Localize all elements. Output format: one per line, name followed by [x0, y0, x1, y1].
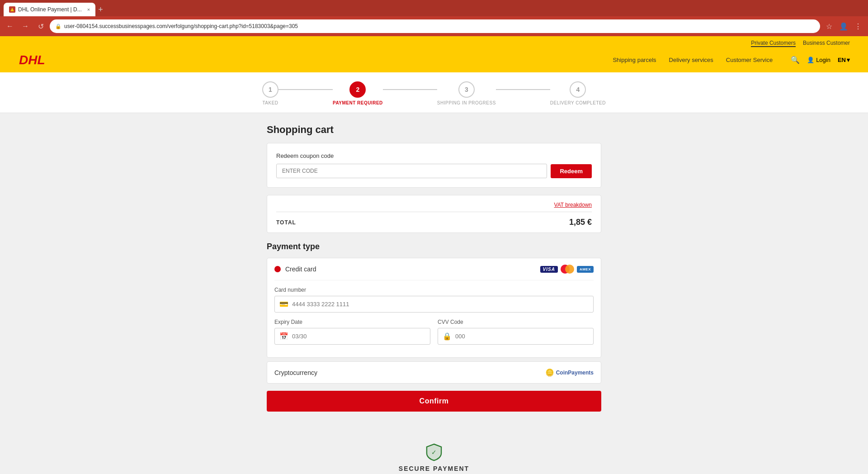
step-line-3	[496, 89, 550, 90]
payment-type-title: Payment type	[267, 242, 601, 251]
step-2-circle: 2	[349, 81, 366, 98]
confirm-button[interactable]: Confirm	[267, 391, 601, 412]
cvv-col: CVV Code 🔒	[438, 319, 594, 351]
total-label: TOTAL	[276, 219, 296, 226]
secure-title: SECURE PAYMENT	[0, 465, 868, 472]
profile-icon[interactable]: 👤	[837, 20, 850, 33]
cvv-wrapper: 🔒	[438, 328, 594, 345]
nav-right-icons: ☆ 👤 ⋮	[823, 20, 864, 33]
dhl-header: Private Customers Business Customer DHL …	[0, 36, 868, 72]
header-main: DHL Shipping parcels Delivery services C…	[18, 49, 850, 72]
main-content: Shopping cart Redeem coupon code Redeem …	[267, 113, 601, 430]
step-3: 3 SHIPPING IN PROGRESS	[437, 81, 496, 105]
delivery-services-link[interactable]: Delivery services	[669, 57, 713, 63]
mastercard-logo	[561, 265, 574, 274]
cvv-label: CVV Code	[438, 319, 594, 325]
credit-card-header: Credit card VISA AMEX	[274, 265, 594, 274]
customer-service-link[interactable]: Customer Service	[726, 57, 773, 63]
lock-icon: 🔒	[55, 24, 61, 29]
step-3-label: SHIPPING IN PROGRESS	[437, 100, 496, 105]
language-selector[interactable]: EN ▾	[838, 57, 850, 63]
amex-logo: AMEX	[577, 266, 594, 273]
header-icons: 🔍 👤 Login EN ▾	[791, 56, 850, 64]
card-number-wrapper: 💳	[274, 296, 594, 313]
step-line-2	[383, 89, 437, 90]
lang-label: EN	[838, 57, 846, 63]
expiry-wrapper: 📅	[274, 328, 430, 345]
shipping-parcels-link[interactable]: Shipping parcels	[613, 57, 656, 63]
total-amount: 1,85 €	[569, 218, 592, 227]
cvv-icon: 🔒	[443, 332, 452, 341]
private-customers-link[interactable]: Private Customers	[751, 40, 796, 47]
step-1-label: TAKED	[262, 100, 278, 105]
tab-title: DHL Online Payment | D...	[18, 6, 82, 13]
step-3-circle: 3	[458, 81, 475, 98]
step-2: 2 PAYMENT REQUIRED	[333, 81, 383, 105]
login-icon: 👤	[807, 57, 814, 63]
step-2-label: PAYMENT REQUIRED	[333, 100, 383, 105]
crypto-text: Cryptocurrency	[274, 369, 317, 376]
credit-card-text: Credit card	[285, 265, 316, 273]
back-button[interactable]: ←	[4, 20, 16, 33]
login-label: Login	[816, 57, 830, 63]
search-icon[interactable]: 🔍	[791, 56, 800, 64]
forward-button[interactable]: →	[19, 20, 32, 33]
expiry-label: Expiry Date	[274, 319, 430, 325]
card-number-label: Card number	[274, 287, 594, 293]
card-logos: VISA AMEX	[540, 265, 594, 274]
svg-text:✓: ✓	[431, 449, 437, 456]
crypto-label: Cryptocurrency	[274, 369, 317, 376]
coinpayments-logo: 🪙 CoinPayments	[545, 368, 594, 377]
shield-icon: ✓	[425, 443, 443, 461]
step-4-circle: 4	[570, 81, 586, 98]
total-row: TOTAL 1,85 €	[276, 212, 592, 227]
radio-selected-dot	[274, 266, 281, 272]
bookmark-icon[interactable]: ☆	[823, 20, 835, 33]
progress-section: 1 TAKED 2 PAYMENT REQUIRED 3 SHIPPING IN…	[0, 72, 868, 113]
main-nav: Shipping parcels Delivery services Custo…	[613, 56, 850, 64]
coupon-label: Redeem coupon code	[276, 152, 592, 159]
vat-breakdown-link[interactable]: VAT breakdown	[554, 202, 592, 208]
step-line-1	[278, 89, 333, 90]
page-content: Private Customers Business Customer DHL …	[0, 36, 868, 474]
svg-text:DHL: DHL	[19, 53, 45, 67]
new-tab-button[interactable]: +	[98, 5, 103, 14]
card-number-input[interactable]	[292, 301, 589, 308]
crypto-header: Cryptocurrency 🪙 CoinPayments	[274, 368, 594, 377]
visa-logo: VISA	[540, 266, 558, 273]
active-tab[interactable]: DHL Online Payment | D... ×	[4, 3, 95, 16]
step-1-circle: 1	[262, 81, 278, 98]
tab-bar: DHL Online Payment | D... × +	[0, 0, 868, 16]
header-top-nav: Private Customers Business Customer	[18, 36, 850, 49]
address-text: user-0804154.successbusinesspages.com/ve…	[64, 23, 298, 29]
menu-icon[interactable]: ⋮	[852, 20, 864, 33]
credit-card-label[interactable]: Credit card	[274, 265, 316, 273]
shopping-cart-title: Shopping cart	[267, 124, 601, 136]
tab-favicon	[9, 6, 15, 13]
expiry-col: Expiry Date 📅	[274, 319, 430, 351]
business-customer-link[interactable]: Business Customer	[803, 40, 850, 47]
vat-section: VAT breakdown	[276, 201, 592, 208]
secure-section: ✓ SECURE PAYMENT	[0, 430, 868, 474]
cvv-input[interactable]	[455, 333, 589, 340]
step-4: 4 DELIVERY COMPLETED	[550, 81, 606, 105]
browser-chrome: DHL Online Payment | D... × + ← → ↺ 🔒 us…	[0, 0, 868, 36]
expiry-input[interactable]	[292, 333, 425, 340]
mc-right-circle	[565, 265, 574, 274]
coupon-input[interactable]	[276, 164, 547, 178]
step-1: 1 TAKED	[262, 81, 278, 105]
crypto-option[interactable]: Cryptocurrency 🪙 CoinPayments	[267, 361, 601, 384]
dhl-logo-svg: DHL	[18, 52, 54, 67]
credit-card-option: Credit card VISA AMEX Card number 💳	[267, 258, 601, 358]
tab-close-button[interactable]: ×	[87, 7, 90, 12]
address-bar[interactable]: 🔒 user-0804154.successbusinesspages.com/…	[50, 19, 820, 33]
coinpayments-text: CoinPayments	[556, 370, 594, 376]
reload-button[interactable]: ↺	[34, 20, 47, 33]
dhl-logo[interactable]: DHL	[18, 52, 54, 67]
redeem-button[interactable]: Redeem	[551, 164, 592, 178]
card-icon: 💳	[279, 300, 288, 308]
card-expiry-cvv-row: Expiry Date 📅 CVV Code 🔒	[274, 319, 594, 351]
coupon-row: Redeem	[276, 164, 592, 178]
coupon-card: Redeem coupon code Redeem	[267, 143, 601, 188]
login-button[interactable]: 👤 Login	[807, 57, 830, 63]
